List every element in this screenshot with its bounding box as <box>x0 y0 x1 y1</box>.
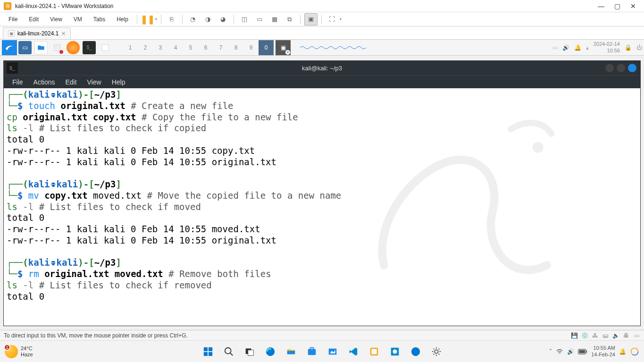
workspace-8[interactable]: 8 <box>228 40 243 55</box>
power-icon[interactable]: ⏻ <box>636 44 642 51</box>
layout-grid-button[interactable]: ▦ <box>268 13 281 25</box>
menu-vm[interactable]: VM <box>69 14 87 25</box>
terminal-menu-edit[interactable]: Edit <box>60 76 81 88</box>
workspace-7[interactable]: 7 <box>213 40 228 55</box>
terminal-menu-view[interactable]: View <box>83 76 106 88</box>
terminal-minimize-button[interactable] <box>605 64 614 72</box>
svg-rect-22 <box>248 350 253 355</box>
taskbar-settings-icon[interactable] <box>427 343 445 361</box>
fullscreen-button[interactable]: ⛶ <box>326 13 339 25</box>
notifications-icon[interactable]: 🔔 <box>574 44 581 51</box>
status-cd-icon[interactable]: 💿 <box>581 332 588 339</box>
taskbar-search-button[interactable] <box>220 343 238 361</box>
terminal-close-button[interactable] <box>628 64 636 72</box>
taskbar-start-button[interactable] <box>199 343 217 361</box>
taskbar-edge2-icon[interactable] <box>407 343 425 361</box>
send-ctrl-alt-del-button[interactable]: ⎘ <box>165 13 178 25</box>
screen-record-icon[interactable]: ▭ <box>552 44 558 51</box>
status-printer-icon[interactable]: 🖶 <box>622 332 630 339</box>
vm-tab-close-button[interactable]: × <box>61 30 65 37</box>
workspace-1[interactable]: 1 <box>123 40 138 55</box>
tray-notification-icon[interactable]: 🔔 <box>619 348 626 355</box>
status-display-icon[interactable]: ▭ <box>633 332 640 339</box>
app-editor-icon[interactable] <box>99 41 112 54</box>
menu-edit[interactable]: Edit <box>24 14 43 25</box>
layout-single-button[interactable]: ▭ <box>253 13 266 25</box>
terminal-maximize-button[interactable] <box>617 64 625 72</box>
workspace-6[interactable]: 6 <box>198 40 213 55</box>
app-terminal-icon[interactable]: $_ <box>83 41 96 54</box>
snapshot-take-button[interactable]: ◔ <box>186 13 200 25</box>
status-sound-icon[interactable]: 🔈 <box>612 332 619 339</box>
svg-rect-37 <box>579 350 585 353</box>
lock-icon[interactable]: 🔒 <box>625 44 632 51</box>
output-line: cp original.txt copy.txt # Copy the file… <box>7 112 637 123</box>
vm-tab[interactable]: ▣ kali-linux-2024.1 × <box>3 27 71 39</box>
terminal-titlebar[interactable]: $_ kali@kali: ~/p3 <box>4 61 640 75</box>
maximize-button[interactable]: ▢ <box>610 1 624 11</box>
app-desktop-icon[interactable]: ▭ <box>18 41 32 54</box>
status-hdd-icon[interactable]: 💾 <box>570 332 578 339</box>
output-line: ls -l # List files to check if removed <box>7 280 637 291</box>
panel-clock[interactable]: 2024-02-14 10:56 <box>594 41 620 53</box>
tray-copilot-icon[interactable] <box>630 347 639 356</box>
svg-point-32 <box>393 349 397 354</box>
svg-point-5 <box>52 94 53 95</box>
taskbar-vscode-icon[interactable] <box>344 343 362 361</box>
workspace-terminal-indicator[interactable]: ▣ 4 <box>276 40 291 55</box>
tray-volume-icon[interactable]: 🔊 <box>567 348 574 355</box>
console-view-button[interactable]: ▣ <box>304 13 318 25</box>
window-title: kali-linux-2024.1 - VMware Workstation <box>15 3 594 9</box>
taskbar-explorer-icon[interactable] <box>282 343 300 361</box>
taskbar-taskview-button[interactable] <box>241 343 259 361</box>
kali-menu-button[interactable] <box>2 40 17 55</box>
minimize-button[interactable]: — <box>594 1 608 11</box>
status-usb-icon[interactable]: 🖴 <box>602 332 609 339</box>
svg-rect-26 <box>310 347 313 350</box>
terminal-menu-file[interactable]: File <box>8 76 28 88</box>
taskbar-store-icon[interactable] <box>303 343 321 361</box>
network-icon[interactable]: ▴ <box>586 44 589 51</box>
workspace-3[interactable]: 3 <box>153 40 168 55</box>
menu-tabs[interactable]: Tabs <box>89 14 110 25</box>
taskbar-weather-icon[interactable]: 1 <box>5 345 18 358</box>
app-files-icon[interactable] <box>34 41 48 54</box>
menu-file[interactable]: File <box>4 14 22 25</box>
menu-view[interactable]: View <box>45 14 67 25</box>
snapshot-revert-button[interactable]: ◑ <box>201 13 215 25</box>
volume-icon[interactable]: 🔊 <box>562 44 569 51</box>
taskbar-edge-icon[interactable] <box>261 343 279 361</box>
taskbar-vmware-icon[interactable] <box>365 343 383 361</box>
fullscreen-dropdown[interactable]: ▾ <box>340 17 342 21</box>
tray-battery-icon[interactable] <box>578 349 587 354</box>
terminal-menu-help[interactable]: Help <box>107 76 130 88</box>
svg-line-20 <box>230 353 233 355</box>
workspace-2[interactable]: 2 <box>138 40 153 55</box>
app-generic-icon[interactable] <box>50 41 64 54</box>
pause-vm-button[interactable]: ❚❚ <box>141 13 154 25</box>
menu-help[interactable]: Help <box>112 14 133 25</box>
tray-chevron-icon[interactable]: ˄ <box>549 348 552 355</box>
terminal-menu-actions[interactable]: Actions <box>29 76 60 88</box>
taskbar-clock[interactable]: 10:55 AM 14-Feb-24 <box>591 345 615 357</box>
svg-rect-30 <box>371 349 376 354</box>
tray-wifi-icon[interactable] <box>556 348 563 355</box>
terminal-body[interactable]: ┌──(kalikali)-[~/p3]└─$ touch original.t… <box>4 88 640 326</box>
status-net-icon[interactable]: 🖧 <box>591 332 599 339</box>
unity-mode-button[interactable]: ⧉ <box>283 13 296 25</box>
workspace-5[interactable]: 5 <box>183 40 198 55</box>
taskbar-paint-icon[interactable] <box>386 343 404 361</box>
terminal-title: kali@kali: ~/p3 <box>4 65 640 72</box>
taskbar-photos-icon[interactable] <box>324 343 342 361</box>
svg-point-9 <box>52 184 53 185</box>
layout-split-button[interactable]: ◫ <box>238 13 251 25</box>
taskbar-weather-text[interactable]: 24°C Haze <box>21 345 33 357</box>
power-dropdown[interactable]: ▾ <box>155 17 157 21</box>
workspace-4[interactable]: 4 <box>168 40 183 55</box>
close-button[interactable]: ✕ <box>626 1 640 11</box>
workspace-9[interactable]: 9 <box>243 40 259 55</box>
workspace-0[interactable]: 0 <box>259 40 274 55</box>
app-firefox-icon[interactable] <box>67 41 80 54</box>
snapshot-manager-button[interactable]: ◕ <box>217 13 230 25</box>
svg-rect-15 <box>203 347 207 351</box>
